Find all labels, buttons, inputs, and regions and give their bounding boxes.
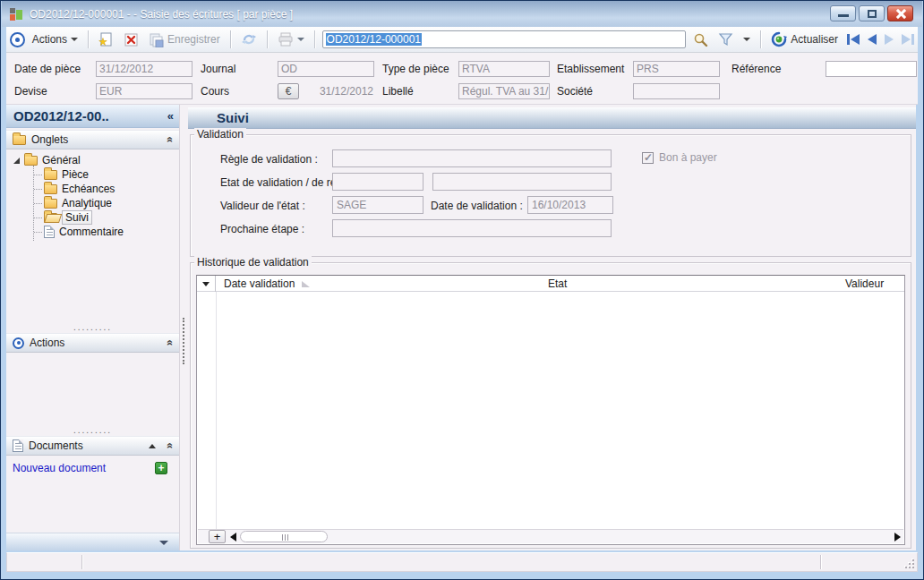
bon-a-payer-label: Bon à payer (659, 151, 717, 164)
add-document-button[interactable]: + (155, 462, 167, 474)
prochaine-etape-field[interactable] (332, 219, 612, 237)
regle-validation-field[interactable] (332, 149, 612, 167)
actions-menu-button[interactable]: Actions (30, 31, 81, 47)
collapse-section-icon[interactable]: » (164, 340, 176, 346)
actions-bullseye-icon (13, 337, 24, 349)
devise-field[interactable]: EUR (96, 83, 192, 99)
splitter-handle[interactable]: ......... (6, 325, 179, 332)
date-validation-label: Date de validation : (431, 200, 523, 212)
panel-splitter[interactable] (180, 105, 188, 550)
euro-button[interactable]: € (278, 83, 299, 99)
tree-item-general[interactable]: Général (13, 153, 81, 167)
minimize-button[interactable] (830, 5, 856, 21)
record-input-value: OD2012/12-000001 (326, 33, 422, 46)
collapse-section-icon[interactable]: » (164, 137, 176, 143)
tree-item-piece[interactable]: Pièce (34, 167, 89, 182)
application-window: OD2012/12-000001 - - Saisie des écriture… (0, 0, 924, 580)
valideur-etat-field[interactable]: SAGE (332, 196, 424, 214)
status-bar (6, 552, 918, 572)
filter-dropdown-button[interactable] (740, 36, 753, 43)
horizontal-scrollbar-thumb[interactable] (240, 531, 328, 542)
folder-icon (44, 184, 57, 194)
section-documents[interactable]: Documents » (6, 436, 179, 456)
new-document-link[interactable]: Nouveau document (13, 462, 106, 474)
refresh-button[interactable] (238, 30, 260, 48)
tree-item-commentaire[interactable]: Commentaire (34, 225, 124, 239)
etat-validation-code-field[interactable] (332, 173, 424, 191)
libelle-field[interactable]: Régul. TVA au 31/1: (458, 83, 550, 99)
tree-item-analytique[interactable]: Analytique (34, 196, 112, 210)
toolbar-separator (314, 30, 315, 48)
refresh-icon (241, 32, 257, 47)
sidebar-scroll-down-bar[interactable] (6, 533, 179, 550)
tree-item-suivi[interactable]: Suivi (34, 210, 92, 225)
column-header-date-validation[interactable]: Date validation (224, 277, 310, 290)
record-search-input[interactable]: OD2012/12-000001 (322, 30, 687, 48)
tree-item-echeances[interactable]: Echéances (34, 182, 115, 196)
collapse-section-icon[interactable]: » (164, 443, 176, 449)
previous-record-button[interactable] (868, 34, 877, 45)
add-row-button[interactable]: + (209, 530, 226, 543)
type-de-piece-field[interactable]: RTVA (458, 61, 550, 77)
app-icon (9, 7, 23, 21)
valideur-etat-label: Valideur de l'état : (220, 200, 305, 212)
journal-label: Journal (201, 63, 235, 75)
record-navigation (847, 34, 914, 45)
last-record-icon (911, 34, 914, 45)
close-button[interactable] (887, 5, 913, 21)
first-record-button[interactable] (847, 34, 860, 45)
chevron-down-icon (743, 38, 750, 41)
toolbar-separator (230, 30, 231, 48)
last-record-button[interactable] (902, 34, 914, 45)
table-scrollbar-row: + (198, 529, 903, 543)
toolbar-separator (760, 30, 761, 48)
documents-label: Documents (29, 439, 143, 452)
date-de-piece-label: Date de pièce (14, 63, 81, 75)
tree-item-label: Echéances (62, 183, 115, 195)
status-separator (81, 555, 82, 569)
scroll-up-icon[interactable] (149, 444, 156, 448)
search-button[interactable] (690, 30, 711, 49)
column-header-etat[interactable]: Etat (548, 277, 567, 290)
folder-icon (13, 135, 26, 145)
societe-field[interactable] (633, 83, 720, 99)
section-actions[interactable]: Actions » (6, 333, 179, 353)
actualiser-icon (771, 31, 787, 47)
tree-expander-icon[interactable] (13, 158, 20, 164)
folder-icon (44, 170, 57, 180)
resize-grip[interactable] (903, 558, 914, 568)
filter-button[interactable] (715, 30, 736, 48)
sidebar-title: OD2012/12-00.. (13, 108, 167, 124)
close-icon (895, 9, 906, 19)
save-button[interactable]: Enregistrer (146, 30, 223, 49)
section-onglets[interactable]: Onglets » (6, 130, 179, 149)
column-header-valideur[interactable]: Valideur (845, 277, 884, 290)
row-filter-button[interactable] (197, 276, 216, 292)
tab-title-bar: Suivi (188, 107, 916, 129)
date-validation-field[interactable]: 16/10/2013 (527, 196, 613, 214)
maximize-button[interactable] (859, 5, 885, 21)
print-button[interactable] (275, 30, 307, 48)
new-record-button[interactable] (96, 30, 116, 49)
journal-field[interactable]: OD (278, 61, 374, 77)
minimize-icon (838, 14, 849, 17)
delete-record-button[interactable] (121, 30, 141, 49)
devise-label: Devise (14, 85, 47, 98)
scroll-left-button[interactable] (227, 532, 238, 542)
etat-validation-desc-field[interactable] (432, 173, 612, 191)
splitter-handle[interactable]: ......... (6, 428, 179, 435)
tree-item-label: Pièce (62, 168, 89, 181)
bon-a-payer-checkbox[interactable] (642, 152, 654, 164)
refresh-record-button[interactable]: Actualiser (768, 30, 841, 49)
collapse-sidebar-icon[interactable]: « (167, 109, 174, 123)
scroll-right-button[interactable] (892, 532, 903, 542)
etablissement-field[interactable]: PRS (633, 61, 720, 77)
reference-field[interactable] (826, 61, 917, 77)
historique-groupbox: Historique de validation Date validation… (190, 262, 911, 549)
onglets-label: Onglets (31, 133, 161, 146)
date-de-piece-field[interactable]: 31/12/2012 (96, 61, 192, 77)
libelle-label: Libellé (382, 85, 414, 98)
toolbar-separator (88, 30, 89, 48)
next-record-button[interactable] (885, 34, 894, 45)
search-icon (693, 32, 708, 47)
